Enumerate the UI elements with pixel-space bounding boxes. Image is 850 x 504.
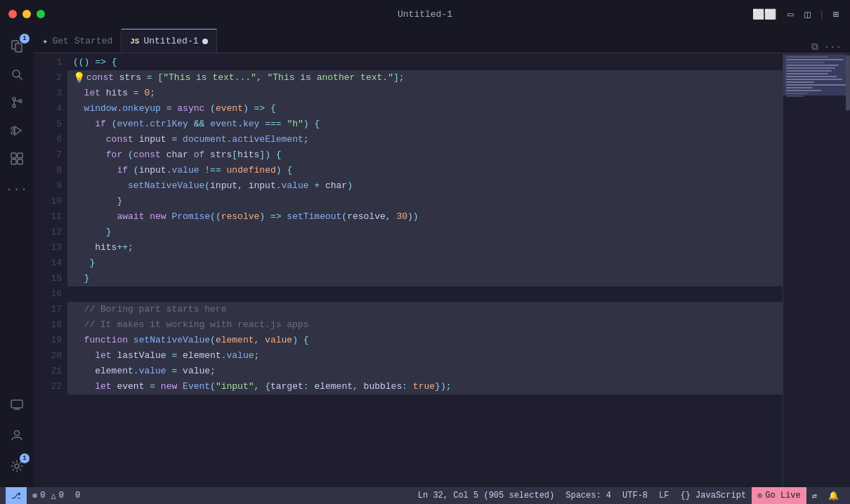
- status-errors[interactable]: ⊗ 0 △ 0: [27, 487, 70, 504]
- tab-js-icon: JS: [130, 37, 139, 46]
- tab-bar-actions: ⧉ ···: [803, 41, 850, 53]
- code-line-8: if (input.value !== undefined) {: [67, 163, 783, 178]
- code-line-5: if (event.ctrlKey && event.key === "h") …: [67, 117, 783, 132]
- code-line-21: element.value = value;: [67, 364, 783, 379]
- code-line-11: await new Promise((resolve) => setTimeou…: [67, 209, 783, 225]
- svg-point-4: [13, 98, 15, 100]
- activity-item-extensions[interactable]: [4, 146, 30, 171]
- status-info-count[interactable]: 0: [70, 487, 86, 504]
- code-line-10: }: [67, 194, 783, 209]
- toggle-sidebar-icon[interactable]: ◫: [802, 7, 813, 22]
- activity-item-settings[interactable]: 1: [4, 453, 30, 479]
- svg-rect-14: [18, 159, 22, 164]
- code-line-15: }: [67, 271, 783, 286]
- window-controls: [8, 10, 45, 18]
- warning-count: 0: [59, 491, 64, 500]
- status-encoding[interactable]: UTF-8: [617, 487, 653, 504]
- error-count: 0: [40, 491, 45, 500]
- line-ending-label: LF: [659, 491, 669, 500]
- minimap-canvas: [783, 53, 846, 460]
- activity-item-account[interactable]: [4, 423, 30, 448]
- activity-item-more[interactable]: ···: [4, 177, 30, 202]
- code-line-12: }: [67, 225, 783, 240]
- code-line-9: setNativeValue(input, input.value + char…: [67, 178, 783, 194]
- window-title: Untitled-1: [398, 9, 452, 20]
- activity-item-source-control[interactable]: [4, 90, 30, 115]
- tab-untitled-1[interactable]: JS Untitled-1: [122, 29, 217, 53]
- split-editor-icon[interactable]: ⬜⬜: [750, 7, 779, 22]
- svg-point-9: [11, 127, 14, 130]
- svg-rect-12: [18, 153, 22, 158]
- code-line-2: 💡const strs = ["This is text...", "This …: [67, 70, 783, 86]
- svg-marker-8: [15, 126, 21, 135]
- encoding-label: UTF-8: [622, 491, 648, 500]
- close-button[interactable]: [8, 10, 17, 18]
- notification-icon: 🔔: [828, 491, 839, 501]
- tab-bar: ✦ Get Started JS Untitled-1 ⧉ ···: [34, 28, 850, 53]
- more-actions-tab-icon[interactable]: ···: [824, 41, 842, 53]
- tab-get-started-label: Get Started: [52, 36, 112, 46]
- status-broadcast[interactable]: ⇄: [806, 487, 823, 504]
- go-live-label: Go Live: [765, 491, 800, 500]
- svg-point-5: [13, 105, 15, 107]
- activity-bar-bottom: 1: [4, 392, 30, 487]
- svg-rect-33: [786, 95, 804, 97]
- activity-item-search[interactable]: [4, 62, 30, 87]
- status-spaces[interactable]: Spaces: 4: [560, 487, 617, 504]
- main-layout: 1: [0, 28, 850, 487]
- editor-area: ✦ Get Started JS Untitled-1 ⧉ ··· 1 2 3 …: [34, 28, 850, 487]
- activity-item-remote[interactable]: [4, 392, 30, 417]
- activity-item-explorer[interactable]: 1: [4, 34, 30, 59]
- activity-bar: 1: [0, 28, 34, 487]
- settings-badge: 1: [20, 453, 30, 463]
- tab-get-started[interactable]: ✦ Get Started: [34, 29, 122, 53]
- git-branch-icon: ⎇: [11, 491, 21, 501]
- svg-point-17: [15, 431, 20, 436]
- maximize-button[interactable]: [37, 10, 45, 18]
- status-line-ending[interactable]: LF: [653, 487, 674, 504]
- svg-rect-11: [11, 153, 16, 158]
- language-label: {} JavaScript: [680, 491, 746, 500]
- code-line-19: function setNativeValue(element, value) …: [67, 333, 783, 348]
- broadcast-icon: ⇄: [812, 491, 817, 501]
- go-live-button[interactable]: ⊙ Go Live: [752, 487, 806, 504]
- scrollbar[interactable]: [846, 53, 850, 487]
- info-count: 0: [75, 491, 80, 500]
- titlebar: Untitled-1 ⬜⬜ ▭ ◫ | ⊞: [0, 0, 850, 28]
- tab-modified-dot: [202, 39, 208, 44]
- svg-rect-15: [11, 400, 22, 408]
- customize-layout-icon[interactable]: ⊞: [830, 7, 842, 22]
- line-numbers: 1 2 3 4 5 6 7 8 9 10 11 12 13 14 15 16 1…: [34, 53, 67, 487]
- code-line-22: let event = new Event("input", {target: …: [67, 379, 783, 394]
- code-line-17: // Boring part starts here: [67, 302, 783, 317]
- code-editor[interactable]: 1 2 3 4 5 6 7 8 9 10 11 12 13 14 15 16 1…: [34, 53, 850, 487]
- go-live-icon: ⊙: [757, 491, 762, 501]
- svg-line-3: [19, 77, 22, 79]
- svg-point-10: [11, 131, 14, 134]
- svg-rect-13: [11, 159, 16, 164]
- toggle-panel-icon[interactable]: ▭: [785, 7, 796, 22]
- minimize-button[interactable]: [22, 10, 31, 18]
- error-icon: ⊗: [32, 491, 37, 501]
- svg-point-18: [15, 464, 19, 468]
- status-bar: ⎇ ⊗ 0 △ 0 0 Ln 32, Col 5 (905 selected) …: [0, 487, 850, 504]
- scrollbar-thumb[interactable]: [846, 55, 850, 111]
- activity-item-run-debug[interactable]: [4, 118, 30, 143]
- tab-untitled-label: Untitled-1: [143, 36, 198, 46]
- status-notifications[interactable]: 🔔: [823, 487, 844, 504]
- status-cursor-pos[interactable]: Ln 32, Col 5 (905 selected): [412, 487, 560, 504]
- status-git-branch[interactable]: ⎇: [6, 487, 27, 504]
- spaces-label: Spaces: 4: [565, 491, 611, 500]
- explorer-badge: 1: [20, 34, 30, 44]
- code-line-1: (() => {: [67, 55, 783, 70]
- code-content[interactable]: (() => { 💡const strs = ["This is text...…: [67, 53, 783, 487]
- code-line-14: }: [67, 256, 783, 271]
- titlebar-actions: ⬜⬜ ▭ ◫ | ⊞: [750, 7, 842, 22]
- cursor-position: Ln 32, Col 5 (905 selected): [418, 491, 554, 500]
- code-line-7: for (const char of strs[hits]) {: [67, 147, 783, 163]
- code-line-16: [67, 286, 783, 302]
- vscode-icon: ✦: [42, 35, 48, 47]
- minimap[interactable]: [783, 53, 846, 487]
- status-language[interactable]: {} JavaScript: [674, 487, 752, 504]
- split-editor-tab-icon[interactable]: ⧉: [811, 41, 818, 53]
